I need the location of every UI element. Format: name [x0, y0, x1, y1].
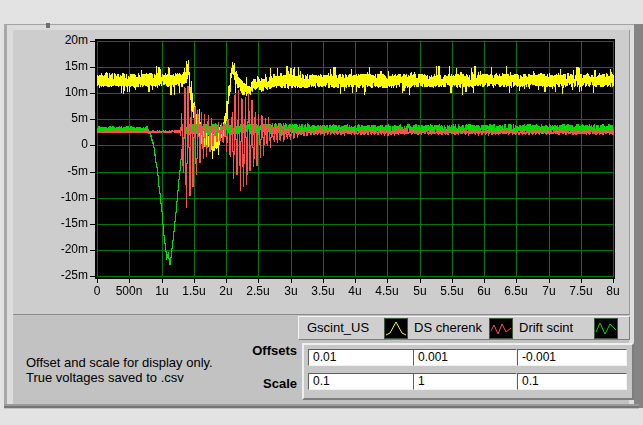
y-axis-label: -10m [40, 191, 88, 204]
note-line-2: True voltages saved to .csv [26, 370, 213, 385]
x-axis-tick [549, 278, 550, 283]
y-axis-tick [90, 119, 95, 120]
x-axis-tick [291, 278, 292, 283]
y-axis-tick [90, 67, 95, 68]
scale-input-2[interactable]: 1 [413, 373, 517, 390]
y-axis-tick [90, 93, 95, 94]
y-axis-label: -15m [40, 217, 88, 230]
legend-plot-glyph[interactable] [594, 318, 618, 339]
x-axis-tick [323, 278, 324, 283]
y-axis-tick [90, 224, 95, 225]
y-axis-tick [90, 250, 95, 251]
y-axis-tick [90, 145, 95, 146]
offset-input-1[interactable]: 0.01 [308, 349, 414, 366]
scale-input-3[interactable]: 0.1 [517, 373, 627, 390]
legend-item-label[interactable]: DS cherenk [414, 321, 482, 335]
y-axis-tick [90, 198, 95, 199]
note-text: Offset and scale for display only. True … [26, 355, 213, 385]
x-axis-tick [452, 278, 453, 283]
x-axis-tick [581, 278, 582, 283]
x-axis-tick [484, 278, 485, 283]
y-axis-label: 5m [40, 112, 88, 125]
x-axis-tick [258, 278, 259, 283]
x-axis-tick [162, 278, 163, 283]
y-axis-label: 10m [40, 86, 88, 99]
x-axis-tick [226, 278, 227, 283]
frame-edge-right-outer [634, 24, 643, 408]
legend-plot-glyph[interactable] [489, 318, 513, 339]
y-axis-label: -25m [40, 269, 88, 282]
frame-edge-bottom-outer [4, 406, 639, 408]
x-axis-tick [387, 278, 388, 283]
legend-item-label[interactable]: Drift scint [519, 321, 573, 335]
y-axis-label: 0 [40, 138, 88, 151]
x-axis-tick [420, 278, 421, 283]
y-axis-label: 15m [40, 60, 88, 73]
y-axis-label: 20m [40, 34, 88, 47]
x-axis-tick [194, 278, 195, 283]
x-axis-label: 8u [591, 285, 635, 298]
y-axis-tick [90, 172, 95, 173]
x-axis-tick [355, 278, 356, 283]
y-axis-tick [90, 276, 95, 277]
offsets-label: Offsets [200, 344, 297, 358]
legend-plot-glyph[interactable] [384, 318, 408, 339]
scale-input-1[interactable]: 0.1 [308, 373, 414, 390]
x-axis-tick [613, 278, 614, 283]
vi-front-panel: 20m15m10m5m0-5m-10m-15m-20m-25m0500n1u1.… [0, 0, 643, 425]
offset-input-2[interactable]: 0.001 [413, 349, 517, 366]
frame-notch [46, 23, 50, 28]
y-axis-tick [90, 41, 95, 42]
y-axis-label: -20m [40, 243, 88, 256]
x-axis-tick [516, 278, 517, 283]
legend-item-label[interactable]: Gscint_US [307, 321, 369, 335]
note-line-1: Offset and scale for display only. [26, 355, 213, 370]
offset-input-3[interactable]: -0.001 [517, 349, 627, 366]
y-axis-label: -5m [40, 165, 88, 178]
x-axis-tick [97, 278, 98, 283]
scale-label: Scale [200, 377, 297, 391]
waveform-graph[interactable] [95, 39, 615, 279]
x-axis-tick [129, 278, 130, 283]
